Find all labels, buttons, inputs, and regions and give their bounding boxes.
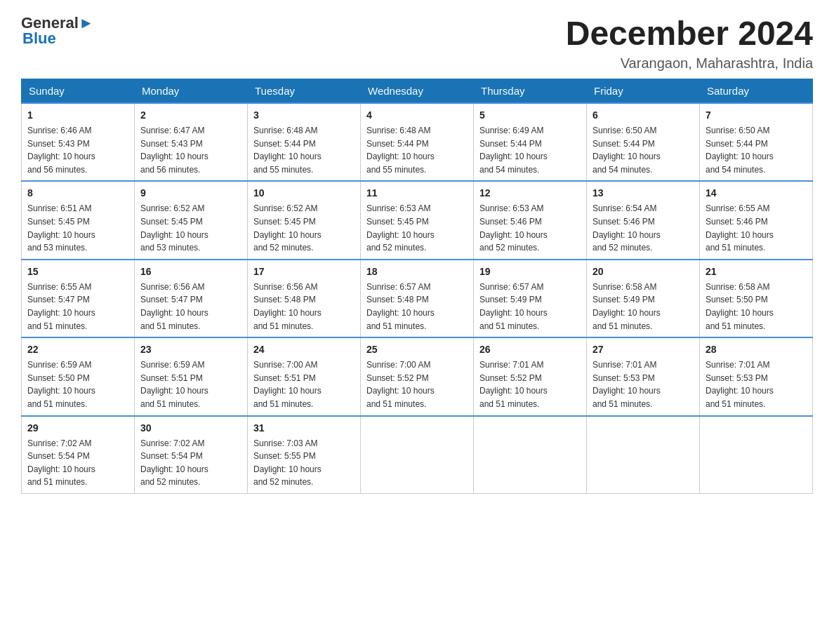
day-info: Sunrise: 6:54 AMSunset: 5:46 PMDaylight:…	[593, 202, 694, 254]
day-info: Sunrise: 6:57 AMSunset: 5:49 PMDaylight:…	[479, 281, 581, 333]
day-number: 9	[140, 186, 241, 201]
day-number: 31	[253, 421, 355, 436]
day-number: 24	[253, 342, 355, 357]
calendar-cell: 5Sunrise: 6:49 AMSunset: 5:44 PMDaylight…	[474, 103, 587, 181]
day-info: Sunrise: 7:02 AMSunset: 5:54 PMDaylight:…	[27, 437, 128, 489]
day-info: Sunrise: 6:56 AMSunset: 5:47 PMDaylight:…	[140, 281, 241, 333]
calendar-cell: 23Sunrise: 6:59 AMSunset: 5:51 PMDayligh…	[135, 337, 248, 415]
day-info: Sunrise: 6:48 AMSunset: 5:44 PMDaylight:…	[253, 124, 355, 176]
day-number: 3	[253, 108, 355, 123]
calendar-header-friday: Friday	[587, 79, 700, 104]
day-number: 6	[593, 108, 694, 123]
calendar-cell	[587, 416, 700, 494]
day-number: 25	[366, 342, 468, 357]
location: Varangaon, Maharashtra, India	[566, 55, 813, 72]
day-info: Sunrise: 6:50 AMSunset: 5:44 PMDaylight:…	[593, 124, 694, 176]
calendar-week-row: 29Sunrise: 7:02 AMSunset: 5:54 PMDayligh…	[22, 416, 813, 494]
logo-line2: Blue	[21, 29, 56, 48]
day-number: 30	[140, 421, 241, 436]
day-number: 11	[366, 186, 468, 201]
day-info: Sunrise: 6:59 AMSunset: 5:50 PMDaylight:…	[27, 358, 128, 410]
day-info: Sunrise: 7:03 AMSunset: 5:55 PMDaylight:…	[253, 437, 355, 489]
day-number: 15	[27, 264, 128, 279]
calendar-cell: 12Sunrise: 6:53 AMSunset: 5:46 PMDayligh…	[474, 181, 587, 259]
calendar-cell: 29Sunrise: 7:02 AMSunset: 5:54 PMDayligh…	[22, 416, 135, 494]
day-info: Sunrise: 6:47 AMSunset: 5:43 PMDaylight:…	[140, 124, 241, 176]
calendar-cell: 9Sunrise: 6:52 AMSunset: 5:45 PMDaylight…	[135, 181, 248, 259]
day-info: Sunrise: 6:55 AMSunset: 5:46 PMDaylight:…	[706, 202, 807, 254]
day-info: Sunrise: 6:53 AMSunset: 5:45 PMDaylight:…	[366, 202, 468, 254]
calendar-cell	[700, 416, 813, 494]
day-number: 26	[479, 342, 581, 357]
day-info: Sunrise: 6:58 AMSunset: 5:50 PMDaylight:…	[706, 281, 807, 333]
calendar-cell: 17Sunrise: 6:56 AMSunset: 5:48 PMDayligh…	[248, 260, 361, 337]
day-info: Sunrise: 6:48 AMSunset: 5:44 PMDaylight:…	[366, 124, 468, 176]
calendar-header-wednesday: Wednesday	[361, 79, 474, 104]
calendar-cell	[474, 416, 587, 494]
calendar-header-thursday: Thursday	[474, 79, 587, 104]
calendar-header-sunday: Sunday	[22, 79, 135, 104]
day-number: 23	[140, 342, 241, 357]
calendar-week-row: 1Sunrise: 6:46 AMSunset: 5:43 PMDaylight…	[22, 103, 813, 181]
calendar-cell: 6Sunrise: 6:50 AMSunset: 5:44 PMDaylight…	[587, 103, 700, 181]
calendar-header-monday: Monday	[135, 79, 248, 104]
day-number: 29	[27, 421, 128, 436]
calendar-cell: 7Sunrise: 6:50 AMSunset: 5:44 PMDaylight…	[700, 103, 813, 181]
calendar-header-saturday: Saturday	[700, 79, 813, 104]
calendar-cell: 31Sunrise: 7:03 AMSunset: 5:55 PMDayligh…	[248, 416, 361, 494]
calendar-cell: 30Sunrise: 7:02 AMSunset: 5:54 PMDayligh…	[135, 416, 248, 494]
calendar-cell: 27Sunrise: 7:01 AMSunset: 5:53 PMDayligh…	[587, 337, 700, 415]
day-info: Sunrise: 7:02 AMSunset: 5:54 PMDaylight:…	[140, 437, 241, 489]
calendar-header-row: SundayMondayTuesdayWednesdayThursdayFrid…	[22, 79, 813, 104]
day-info: Sunrise: 7:00 AMSunset: 5:52 PMDaylight:…	[366, 358, 468, 410]
day-number: 19	[479, 264, 581, 279]
calendar-cell: 25Sunrise: 7:00 AMSunset: 5:52 PMDayligh…	[361, 337, 474, 415]
calendar-cell: 11Sunrise: 6:53 AMSunset: 5:45 PMDayligh…	[361, 181, 474, 259]
calendar-cell: 20Sunrise: 6:58 AMSunset: 5:49 PMDayligh…	[587, 260, 700, 337]
calendar-cell: 4Sunrise: 6:48 AMSunset: 5:44 PMDaylight…	[361, 103, 474, 181]
day-info: Sunrise: 6:49 AMSunset: 5:44 PMDaylight:…	[479, 124, 581, 176]
calendar-header-tuesday: Tuesday	[248, 79, 361, 104]
day-info: Sunrise: 6:57 AMSunset: 5:48 PMDaylight:…	[366, 281, 468, 333]
day-number: 1	[27, 108, 128, 123]
day-info: Sunrise: 6:56 AMSunset: 5:48 PMDaylight:…	[253, 281, 355, 333]
day-info: Sunrise: 6:58 AMSunset: 5:49 PMDaylight:…	[593, 281, 694, 333]
calendar-cell: 2Sunrise: 6:47 AMSunset: 5:43 PMDaylight…	[135, 103, 248, 181]
day-number: 14	[706, 186, 807, 201]
day-info: Sunrise: 7:01 AMSunset: 5:52 PMDaylight:…	[479, 358, 581, 410]
day-number: 21	[706, 264, 807, 279]
day-info: Sunrise: 7:01 AMSunset: 5:53 PMDaylight:…	[706, 358, 807, 410]
calendar-cell: 18Sunrise: 6:57 AMSunset: 5:48 PMDayligh…	[361, 260, 474, 337]
day-info: Sunrise: 6:52 AMSunset: 5:45 PMDaylight:…	[140, 202, 241, 254]
day-number: 13	[593, 186, 694, 201]
calendar-cell: 21Sunrise: 6:58 AMSunset: 5:50 PMDayligh…	[700, 260, 813, 337]
calendar-cell: 22Sunrise: 6:59 AMSunset: 5:50 PMDayligh…	[22, 337, 135, 415]
day-number: 5	[479, 108, 581, 123]
day-number: 8	[27, 186, 128, 201]
title-section: December 2024 Varangaon, Maharashtra, In…	[566, 14, 813, 72]
calendar-cell: 24Sunrise: 7:00 AMSunset: 5:51 PMDayligh…	[248, 337, 361, 415]
day-info: Sunrise: 6:46 AMSunset: 5:43 PMDaylight:…	[27, 124, 128, 176]
calendar-cell: 13Sunrise: 6:54 AMSunset: 5:46 PMDayligh…	[587, 181, 700, 259]
day-number: 28	[706, 342, 807, 357]
day-number: 2	[140, 108, 241, 123]
calendar-week-row: 8Sunrise: 6:51 AMSunset: 5:45 PMDaylight…	[22, 181, 813, 259]
day-number: 22	[27, 342, 128, 357]
day-info: Sunrise: 6:51 AMSunset: 5:45 PMDaylight:…	[27, 202, 128, 254]
calendar-cell: 10Sunrise: 6:52 AMSunset: 5:45 PMDayligh…	[248, 181, 361, 259]
calendar-cell	[361, 416, 474, 494]
calendar-cell: 26Sunrise: 7:01 AMSunset: 5:52 PMDayligh…	[474, 337, 587, 415]
day-number: 27	[593, 342, 694, 357]
day-info: Sunrise: 6:55 AMSunset: 5:47 PMDaylight:…	[27, 281, 128, 333]
calendar-cell: 3Sunrise: 6:48 AMSunset: 5:44 PMDaylight…	[248, 103, 361, 181]
calendar-week-row: 15Sunrise: 6:55 AMSunset: 5:47 PMDayligh…	[22, 260, 813, 337]
day-info: Sunrise: 6:53 AMSunset: 5:46 PMDaylight:…	[479, 202, 581, 254]
calendar-cell: 19Sunrise: 6:57 AMSunset: 5:49 PMDayligh…	[474, 260, 587, 337]
day-info: Sunrise: 6:52 AMSunset: 5:45 PMDaylight:…	[253, 202, 355, 254]
day-number: 7	[706, 108, 807, 123]
day-number: 20	[593, 264, 694, 279]
calendar-cell: 15Sunrise: 6:55 AMSunset: 5:47 PMDayligh…	[22, 260, 135, 337]
day-number: 10	[253, 186, 355, 201]
month-title: December 2024	[566, 14, 813, 53]
day-number: 4	[366, 108, 468, 123]
